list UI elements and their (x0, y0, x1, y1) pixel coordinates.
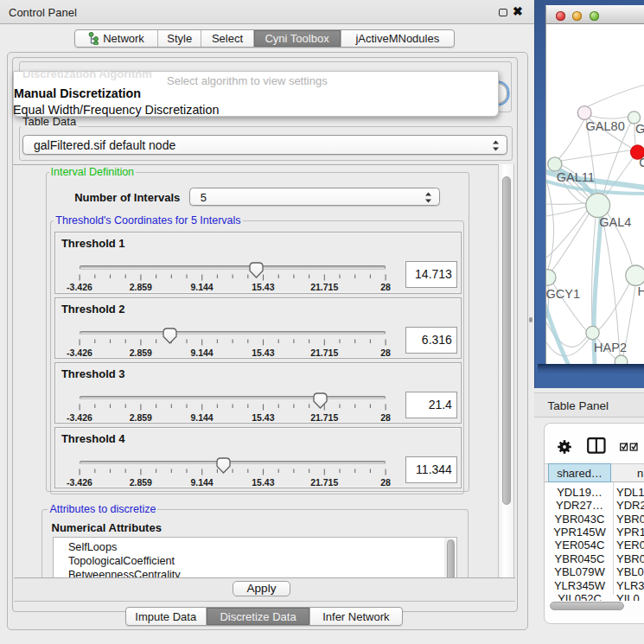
svg-text:H: H (638, 284, 644, 298)
svg-text:GAL4: GAL4 (599, 215, 631, 229)
svg-text:GA: GA (635, 122, 644, 136)
svg-text:C: C (639, 156, 644, 169)
svg-text:GAL11: GAL11 (557, 170, 595, 184)
svg-text:GAL80: GAL80 (586, 119, 625, 133)
svg-text:GCY1: GCY1 (546, 287, 580, 301)
svg-text:HAP2: HAP2 (594, 341, 627, 354)
